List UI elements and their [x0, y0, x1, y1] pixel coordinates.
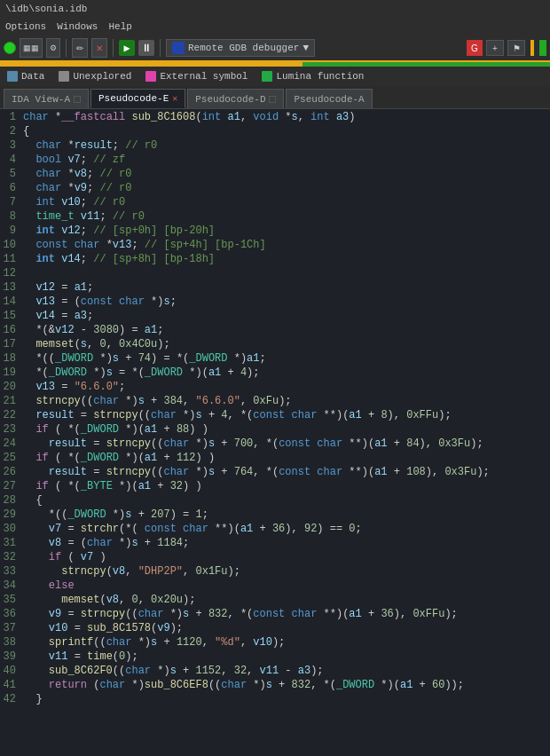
line-num-19: 19	[2, 366, 23, 379]
tab-pseudocode-e-close[interactable]: ✕	[172, 93, 177, 104]
line-content-30: v7 = strchr(*( const char **)(a1 + 36), …	[23, 523, 362, 535]
line-content-23: if ( *(_DWORD *)(a1 + 88) )	[23, 423, 208, 436]
code-area[interactable]: 1 char *__fastcall sub_8C1608(int a1, vo…	[0, 109, 550, 756]
remote-gdb-dropdown[interactable]: Remote GDB debugger ▼	[166, 39, 315, 57]
line-content-14: v13 = (const char *)s;	[23, 295, 177, 308]
code-line-14: 14 v13 = (const char *)s;	[0, 295, 550, 310]
line-num-24: 24	[2, 437, 23, 450]
line-content-22: result = strncpy((char *)s + 4, *(const …	[23, 409, 452, 421]
play-button[interactable]: ▶	[119, 40, 135, 56]
code-line-4: 4 bool v7; // zf	[0, 154, 550, 168]
code-line-6: 6 char *v9; // r0	[0, 182, 550, 196]
code-line-35: 35 memset(v8, 0, 0x20u);	[0, 594, 550, 608]
toolbar-btn-x[interactable]: ✕	[91, 38, 107, 58]
code-line-21: 21 strncpy((char *)s + 384, "6.6.0", 0xF…	[0, 395, 550, 409]
toolbar-separator-2	[113, 39, 114, 57]
line-num-2: 2	[2, 125, 23, 138]
tab-pseudocode-e[interactable]: Pseudocode-E ✕	[90, 89, 185, 108]
line-content-13: v12 = a1;	[23, 281, 93, 294]
code-line-7: 7 int v10; // r0	[0, 196, 550, 210]
code-line-18: 18 *((_DWORD *)s + 74) = *(_DWORD *)a1;	[0, 352, 550, 366]
code-line-5: 5 char *v8; // r0	[0, 168, 550, 182]
line-num-17: 17	[2, 338, 23, 350]
code-line-30: 30 v7 = strchr(*( const char **)(a1 + 36…	[0, 523, 550, 537]
line-content-10: const char *v13; // [sp+4h] [bp-1Ch]	[23, 239, 266, 251]
toolbar-separator-1	[66, 39, 67, 57]
line-content-31: v8 = (char *)s + 1184;	[23, 537, 189, 549]
line-num-3: 3	[2, 139, 23, 152]
toolbar-btn-edit[interactable]: ✏	[72, 38, 88, 58]
dropdown-arrow[interactable]: ▼	[302, 43, 309, 53]
legend-label-unexplored: Unexplored	[73, 71, 131, 82]
tab-ida-view-a-label: IDA View-A	[12, 94, 70, 105]
toolbar-right-btn3[interactable]: ⚑	[507, 40, 525, 56]
line-content-12	[23, 267, 29, 280]
tab-pseudocode-d[interactable]: Pseudocode-D	[187, 89, 284, 108]
line-num-32: 32	[2, 551, 23, 563]
legend-dot-lumina	[262, 71, 272, 82]
tab-ida-view-a[interactable]: IDA View-A	[4, 89, 89, 108]
line-content-17: memset(s, 0, 0x4C0u);	[23, 338, 170, 350]
line-num-33: 33	[2, 565, 23, 578]
line-num-4: 4	[2, 154, 23, 166]
tab-ida-indicator	[74, 96, 81, 103]
toolbar-btn-2[interactable]: ⚙	[46, 38, 60, 58]
line-content-18: *((_DWORD *)s + 74) = *(_DWORD *)a1;	[23, 352, 266, 365]
line-content-34: else	[23, 579, 75, 592]
menu-help[interactable]: Help	[108, 21, 131, 32]
line-content-11: int v14; // [sp+8h] [bp-18h]	[23, 253, 215, 265]
line-num-11: 11	[2, 253, 23, 265]
legend-external: External symbol	[145, 71, 248, 82]
tab-pseudocode-a[interactable]: Pseudocode-A	[286, 89, 372, 108]
line-content-25: if ( *(_DWORD *)(a1 + 112) )	[23, 452, 215, 464]
line-num-31: 31	[2, 537, 23, 549]
toolbar-separator-3	[160, 39, 161, 57]
line-content-8: time_t v11; // r0	[23, 210, 145, 223]
line-num-42: 42	[2, 693, 23, 705]
toolbar-btn-1[interactable]: ▦▦	[20, 38, 43, 58]
menu-windows[interactable]: Windows	[57, 21, 98, 32]
toolbar-right-btn1[interactable]: G	[467, 40, 483, 56]
toolbar-right-btn2[interactable]: +	[486, 40, 504, 56]
orange-status-bar	[530, 40, 534, 56]
code-line-23: 23 if ( *(_DWORD *)(a1 + 88) )	[0, 423, 550, 437]
legend-label-lumina: Lumina function	[276, 71, 364, 82]
line-content-2: {	[23, 125, 29, 138]
code-line-39: 39 v11 = time(0);	[0, 650, 550, 665]
line-num-18: 18	[2, 352, 23, 365]
line-content-5: char *v8; // r0	[23, 168, 131, 180]
line-num-13: 13	[2, 281, 23, 294]
code-line-10: 10 const char *v13; // [sp+4h] [bp-1Ch]	[0, 239, 550, 253]
pause-button[interactable]: ⏸	[138, 40, 154, 56]
code-line-22: 22 result = strncpy((char *)s + 4, *(con…	[0, 409, 550, 423]
code-line-12: 12	[0, 267, 550, 281]
menu-options[interactable]: Options	[5, 21, 46, 32]
code-line-37: 37 v10 = sub_8C1578(v9);	[0, 622, 550, 636]
line-num-28: 28	[2, 494, 23, 507]
code-line-8: 8 time_t v11; // r0	[0, 210, 550, 224]
line-content-20: v13 = "6.6.0";	[23, 381, 125, 393]
code-line-13: 13 v12 = a1;	[0, 281, 550, 295]
line-content-39: v11 = time(0);	[23, 650, 138, 663]
line-content-40: sub_8C62F0((char *)s + 1152, 32, v11 - a…	[23, 665, 324, 677]
line-num-35: 35	[2, 594, 23, 606]
line-num-25: 25	[2, 452, 23, 464]
line-num-8: 8	[2, 210, 23, 223]
line-num-40: 40	[2, 665, 23, 677]
line-content-28: {	[23, 494, 43, 507]
line-content-29: *((_DWORD *)s + 207) = 1;	[23, 508, 208, 521]
code-line-16: 16 *(&v12 - 3080) = a1;	[0, 324, 550, 338]
code-line-28: 28 {	[0, 494, 550, 508]
code-line-38: 38 sprintf((char *)s + 1120, "%d", v10);	[0, 636, 550, 650]
tab-pseudocode-a-label: Pseudocode-A	[294, 94, 364, 105]
line-num-23: 23	[2, 423, 23, 436]
code-line-41: 41 return (char *)sub_8C6EF8((char *)s +…	[0, 679, 550, 693]
code-line-11: 11 int v14; // [sp+8h] [bp-18h]	[0, 253, 550, 267]
code-line-24: 24 result = strncpy((char *)s + 700, *(c…	[0, 437, 550, 452]
monitor-icon	[172, 42, 185, 54]
line-content-19: *(_DWORD *)s = *(_DWORD *)(a1 + 4);	[23, 366, 260, 379]
code-line-15: 15 v14 = a3;	[0, 310, 550, 324]
code-line-2: 2 {	[0, 125, 550, 139]
legend-label-data: Data	[21, 71, 44, 82]
toolbar: ▦▦ ⚙ ✏ ✕ ▶ ⏸ Remote GDB debugger ▼ G + ⚑	[0, 35, 550, 62]
